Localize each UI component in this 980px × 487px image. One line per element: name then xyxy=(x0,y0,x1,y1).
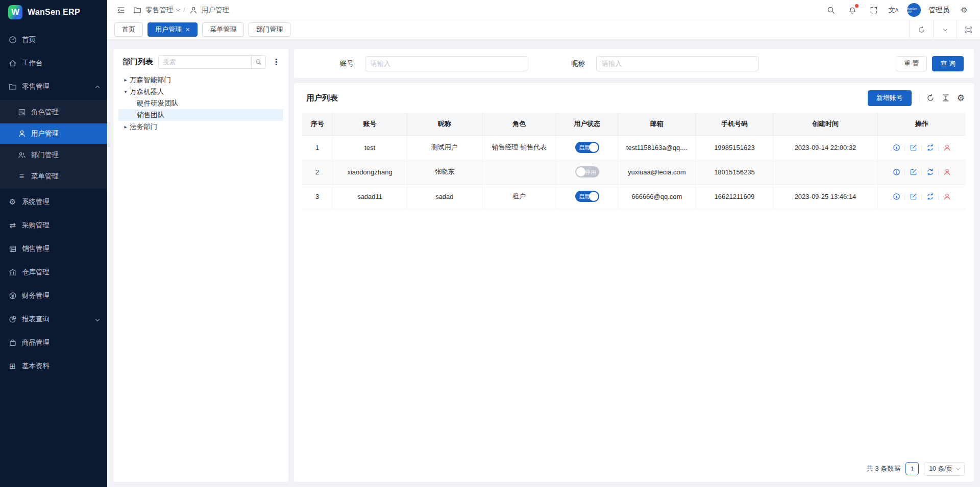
tree-item-legal-dept[interactable]: 法务部门 xyxy=(118,121,283,133)
sidebar-item-home[interactable]: 首页 xyxy=(0,30,107,50)
sidebar-item-system[interactable]: 系统管理 xyxy=(0,192,107,212)
cell-roles: 租户 xyxy=(482,184,556,209)
settings-gear-icon[interactable] xyxy=(958,4,971,17)
reset-password-icon[interactable] xyxy=(925,167,935,176)
tab-options-chevron-icon[interactable] xyxy=(933,20,957,39)
account-input[interactable] xyxy=(365,56,527,71)
status-toggle[interactable]: 启用 xyxy=(575,191,599,202)
tab-user-management[interactable]: 用户管理 ✕ xyxy=(148,22,198,37)
cell-roles: 销售经理 销售代表 xyxy=(482,135,556,160)
edit-icon[interactable] xyxy=(909,192,918,201)
user-name[interactable]: 管理员 xyxy=(929,6,950,15)
sidebar-item-reports[interactable]: 报表查询 xyxy=(0,309,107,329)
tree-item-hardware-team[interactable]: 硬件研发团队 xyxy=(118,97,283,109)
refresh-table-icon[interactable] xyxy=(926,94,935,102)
cell-account: xiaodongzhang xyxy=(333,160,407,184)
close-tab-icon[interactable]: ✕ xyxy=(185,27,190,33)
purchase-icon xyxy=(8,221,17,230)
avatar[interactable]: WanSen ERP xyxy=(907,3,921,17)
sidebar-item-label: 工作台 xyxy=(22,59,43,68)
notification-bell-icon[interactable] xyxy=(846,4,859,17)
basic-data-icon xyxy=(8,362,17,371)
divider xyxy=(904,193,905,200)
reset-button[interactable]: 重 置 xyxy=(896,56,927,71)
more-options-icon[interactable] xyxy=(271,57,281,67)
tab-menu-management[interactable]: 菜单管理 xyxy=(202,22,244,37)
cell-phone: 18015156235 xyxy=(696,160,773,184)
sidebar-item-departments[interactable]: 部门管理 xyxy=(0,145,107,165)
row-height-icon[interactable] xyxy=(942,94,950,102)
sidebar-item-warehouse[interactable]: 仓库管理 xyxy=(0,262,107,283)
chevron-down-icon xyxy=(176,7,180,11)
collapse-sidebar-icon[interactable] xyxy=(114,4,128,17)
column-header: 创建时间 xyxy=(773,113,877,135)
maximize-content-icon[interactable] xyxy=(957,20,980,39)
sidebar-item-goods[interactable]: 商品管理 xyxy=(0,332,107,353)
gear-icon xyxy=(8,198,17,207)
divider xyxy=(921,193,922,200)
sales-icon xyxy=(8,245,17,253)
sidebar-item-label: 系统管理 xyxy=(22,197,50,207)
sidebar-item-finance[interactable]: 财务管理 xyxy=(0,286,107,306)
search-icon[interactable] xyxy=(251,56,265,68)
tree-item-label: 硬件研发团队 xyxy=(137,99,178,108)
add-account-button[interactable]: 新增账号 xyxy=(868,90,912,106)
info-icon[interactable] xyxy=(892,192,901,201)
right-column: 账号 昵称 重 置 查 询 用户列表 新增账号 xyxy=(294,49,974,482)
remove-user-icon[interactable] xyxy=(942,167,951,176)
expand-arrow-icon[interactable] xyxy=(121,124,130,130)
sidebar-item-sales[interactable]: 销售管理 xyxy=(0,239,107,259)
collapse-arrow-icon[interactable] xyxy=(121,89,130,94)
toggle-knob xyxy=(589,143,598,152)
reset-password-icon[interactable] xyxy=(925,192,935,201)
tree-item-sales-team[interactable]: 销售团队 xyxy=(118,109,283,121)
logo-icon: W xyxy=(8,5,22,19)
chevron-down-icon xyxy=(95,317,100,321)
sidebar-item-workbench[interactable]: 工作台 xyxy=(0,53,107,73)
info-icon[interactable] xyxy=(892,143,901,152)
tab-tools xyxy=(910,20,980,39)
pagination: 共 3 条数据 1 10 条/页 xyxy=(302,455,966,482)
remove-user-icon[interactable] xyxy=(942,143,951,152)
tab-department-management[interactable]: 部门管理 xyxy=(249,22,290,37)
fullscreen-icon[interactable] xyxy=(867,4,880,17)
divider xyxy=(921,144,922,151)
sidebar-item-label: 基本资料 xyxy=(22,362,50,371)
expand-arrow-icon[interactable] xyxy=(121,77,130,83)
sidebar-item-roles[interactable]: 角色管理 xyxy=(0,102,107,122)
search-button[interactable]: 查 询 xyxy=(932,56,964,71)
column-header: 序号 xyxy=(302,113,333,135)
filter-buttons: 重 置 查 询 xyxy=(896,56,964,71)
sidebar-item-retail[interactable]: 零售管理 xyxy=(0,76,107,97)
sidebar-submenu-retail: 角色管理 用户管理 部门管理 菜单管理 xyxy=(0,100,107,189)
cell-email: yuxiuaa@tecia.com xyxy=(618,160,696,184)
sidebar-item-menus[interactable]: 菜单管理 xyxy=(0,166,107,187)
translate-icon[interactable]: 文A xyxy=(889,6,899,15)
cell-status: 启用 xyxy=(556,135,618,160)
department-search-input[interactable] xyxy=(159,59,251,66)
edit-icon[interactable] xyxy=(909,143,918,152)
refresh-tab-icon[interactable] xyxy=(910,20,933,39)
column-settings-gear-icon[interactable] xyxy=(957,93,965,104)
cell-actions xyxy=(877,135,966,160)
edit-icon[interactable] xyxy=(909,167,918,176)
info-icon[interactable] xyxy=(892,167,901,176)
sidebar-item-basic-data[interactable]: 基本资料 xyxy=(0,356,107,376)
status-toggle[interactable]: 停用 xyxy=(575,166,599,177)
sidebar-item-users[interactable]: 用户管理 xyxy=(0,123,107,144)
reset-password-icon[interactable] xyxy=(925,143,935,152)
breadcrumb-parent[interactable]: 零售管理 xyxy=(145,6,173,15)
search-icon[interactable] xyxy=(824,4,838,17)
menu-icon xyxy=(17,172,26,181)
page-size-select[interactable]: 10 条/页 xyxy=(924,462,965,476)
remove-user-icon[interactable] xyxy=(942,192,951,201)
sidebar-item-purchase[interactable]: 采购管理 xyxy=(0,215,107,236)
nickname-input[interactable] xyxy=(596,56,758,71)
page-number-button[interactable]: 1 xyxy=(905,462,919,475)
status-toggle[interactable]: 启用 xyxy=(575,142,599,153)
tree-item-wansen-robot[interactable]: 万森机器人 xyxy=(118,86,283,97)
cell-nickname: sadad xyxy=(407,184,482,209)
divider xyxy=(904,169,905,175)
tab-home[interactable]: 首页 xyxy=(114,22,143,37)
tree-item-wansen-smart[interactable]: 万森智能部门 xyxy=(118,74,283,86)
